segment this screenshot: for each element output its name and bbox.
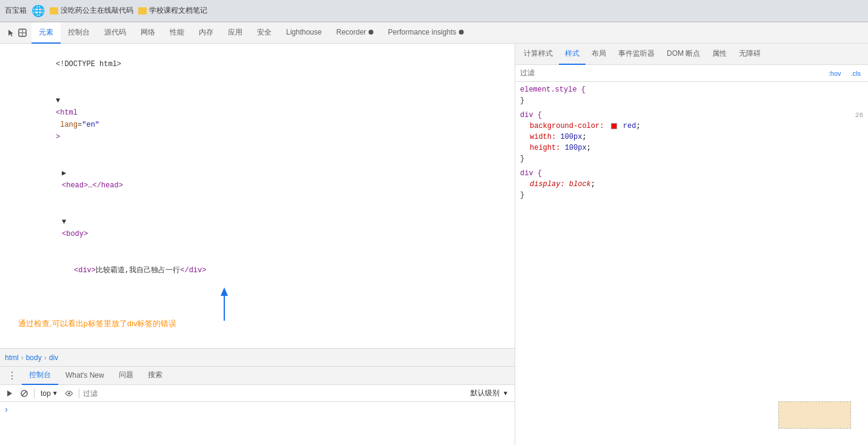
performance-insights-icon [459, 30, 464, 35]
tab-security[interactable]: 安全 [250, 22, 279, 44]
svg-line-7 [22, 391, 27, 396]
tab-source[interactable]: 源代码 [97, 22, 133, 44]
rule1-selector: element.style { [520, 85, 586, 94]
svg-point-8 [68, 392, 70, 395]
hov-button[interactable]: :hov [826, 69, 844, 78]
right-tab-dom-breakpoints[interactable]: DOM 断点 [661, 44, 706, 65]
bookmark1[interactable]: 没吃药公主在线敲代码 [50, 5, 133, 16]
tab-network[interactable]: 网络 [133, 22, 162, 44]
eye-icon [65, 390, 73, 397]
element-preview-box [778, 401, 851, 429]
bottom-tab-console[interactable]: 控制台 [22, 367, 58, 385]
console-filter-input[interactable] [83, 387, 466, 400]
right-panel: 计算样式 样式 布局 事件监听器 DOM 断点 属性 无障碍 [515, 44, 868, 445]
tree-line-head[interactable]: ▶ <head>…</head> [0, 155, 515, 204]
breadcrumb-body[interactable]: body [26, 353, 42, 362]
breadcrumb: html › body › div [0, 348, 515, 366]
bookmark2[interactable]: 学校课程文档笔记 [138, 5, 207, 16]
styles-content[interactable]: element.style { } div { 26 background-co… [515, 82, 868, 396]
right-tab-computed[interactable]: 计算样式 [518, 44, 559, 65]
styles-filter-input[interactable] [539, 67, 821, 79]
filter-label: 过滤 [520, 68, 535, 78]
separator-1 [34, 389, 35, 398]
svg-marker-4 [221, 287, 228, 296]
globe-icon: 🌐 [32, 4, 45, 18]
devtools-tab-bar: 元素 控制台 源代码 网络 性能 内存 应用 安全 Lighthouse Rec… [0, 22, 868, 44]
folder-icon-1 [50, 7, 58, 15]
right-tab-accessibility[interactable]: 无障碍 [733, 44, 767, 65]
bookmarks-label: 百宝箱 [5, 5, 27, 16]
rule2-val1[interactable]: red [623, 122, 636, 130]
console-level-select[interactable]: 默认级别 ▼ [468, 388, 511, 398]
play-icon [6, 390, 13, 397]
rule3-val1[interactable]: block [569, 180, 591, 189]
tree-line-text1[interactable]: "慈悲发抖 " [0, 289, 515, 299]
right-tab-bar: 计算样式 样式 布局 事件监听器 DOM 断点 属性 无障碍 [515, 44, 868, 65]
tab-performance[interactable]: 性能 [162, 22, 192, 44]
console-chevron[interactable]: › [5, 404, 8, 414]
left-panel: <!DOCTYPE html> ▼ <html lang="en" > ▶ <h… [0, 44, 515, 445]
rule2-selector: div { [520, 111, 542, 119]
breadcrumb-html[interactable]: html [5, 353, 19, 362]
rule2-val3[interactable]: 100px [565, 144, 587, 152]
level-chevron-icon: ▼ [502, 390, 509, 396]
rule3-selector: div { [520, 169, 542, 178]
tab-recorder[interactable]: Recorder [329, 22, 381, 44]
tab-application[interactable]: 应用 [221, 22, 250, 44]
tab-memory[interactable]: 内存 [192, 22, 221, 44]
console-block-btn[interactable] [18, 387, 30, 400]
breadcrumb-div[interactable]: div [49, 353, 58, 362]
block-icon [21, 390, 28, 397]
console-toolbar: top ▼ 默认级别 [0, 385, 515, 402]
folder-icon-2 [138, 7, 147, 15]
svg-marker-5 [7, 390, 12, 396]
chevron-down-icon: ▼ [52, 390, 58, 396]
style-rule-div2: div { display: block; } [520, 168, 863, 201]
rule2-prop3: height: [530, 144, 560, 152]
cls-button[interactable]: .cls [849, 69, 864, 78]
bottom-tab-whatsnew[interactable]: What's New [58, 367, 112, 385]
browser-bar: 百宝箱 🌐 没吃药公主在线敲代码 学校课程文档笔记 [0, 0, 868, 22]
bottom-tab-bar: ⋮ 控制台 What's New 问题 搜索 [0, 367, 515, 385]
preview-area [515, 396, 868, 445]
cursor-tab[interactable] [2, 22, 32, 44]
right-tab-layout[interactable]: 布局 [586, 44, 612, 65]
cursor-icon [7, 28, 16, 37]
rule3-prop1: display: [530, 180, 565, 189]
bottom-tab-issues[interactable]: 问题 [112, 367, 141, 385]
separator-2 [79, 389, 79, 398]
elements-tree[interactable]: <!DOCTYPE html> ▼ <html lang="en" > ▶ <h… [0, 44, 515, 299]
console-content[interactable]: › [0, 402, 515, 445]
annotation-text: 通过检查,可以看出p标签里放了div标签的错误 [18, 318, 176, 329]
style-rule-element: element.style { } [520, 84, 863, 106]
devtools-main: <!DOCTYPE html> ▼ <html lang="en" > ▶ <h… [0, 44, 868, 445]
annotation-arrow-svg [212, 287, 236, 324]
right-tab-properties[interactable]: 属性 [706, 44, 733, 65]
tab-console[interactable]: 控制台 [61, 22, 97, 44]
tree-line-html[interactable]: ▼ <html lang="en" > [0, 82, 515, 155]
style-rule-div1: div { 26 background-color: red; width: 1… [520, 110, 863, 164]
tab-lighthouse[interactable]: Lighthouse [279, 22, 329, 44]
tree-line-body[interactable]: ▼ <body> [0, 204, 515, 252]
rule2-val2[interactable]: 100px [560, 133, 582, 141]
bottom-panel: ⋮ 控制台 What's New 问题 搜索 [0, 366, 515, 445]
right-tab-event-listeners[interactable]: 事件监听器 [612, 44, 661, 65]
rule2-linenum: 26 [855, 110, 863, 121]
annotation-area: 通过检查,可以看出p标签里放了div标签的错误 [0, 299, 515, 348]
styles-filter-bar: 过滤 :hov .cls [515, 65, 868, 82]
tree-line-doctype[interactable]: <!DOCTYPE html> [0, 46, 515, 82]
bottom-menu-dots[interactable]: ⋮ [2, 370, 22, 381]
console-eye-btn[interactable] [63, 387, 75, 400]
bottom-tab-search[interactable]: 搜索 [141, 367, 170, 385]
right-tab-styles[interactable]: 样式 [559, 44, 586, 65]
top-frame-select[interactable]: top ▼ [38, 388, 61, 399]
color-swatch [611, 123, 617, 129]
console-play-btn[interactable] [4, 387, 16, 400]
tab-elements[interactable]: 元素 [32, 22, 61, 44]
rule2-prop1: background-color: [530, 122, 604, 130]
tab-performance-insights[interactable]: Performance insights [381, 22, 471, 44]
recorder-record-icon [369, 30, 373, 35]
rule2-prop2: width: [530, 133, 556, 141]
tree-line-div1[interactable]: <div>比较霸道,我自己独占一行</div> [0, 252, 515, 289]
inspect-icon [18, 28, 27, 37]
